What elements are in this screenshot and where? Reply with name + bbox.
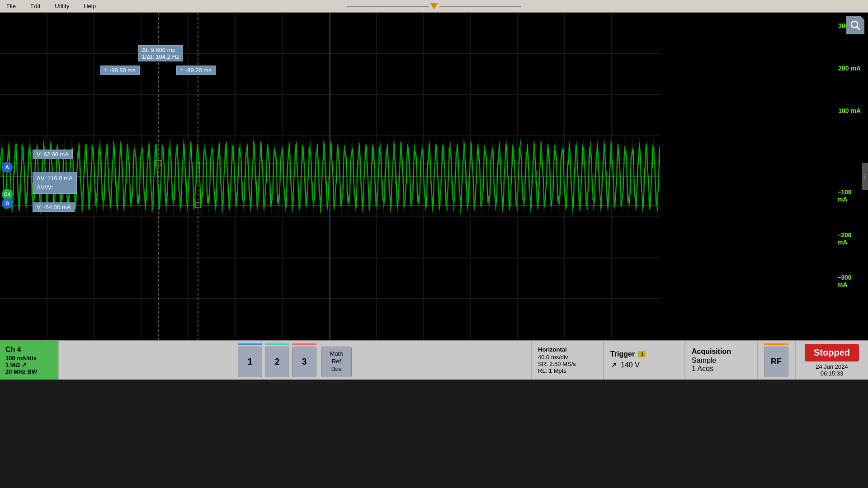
y-label-neg300: −300 mA (837, 274, 861, 288)
horizontal-rl: RL: 1 Mpts (538, 367, 597, 374)
horizontal-sr: SR: 2.50 MS/s (538, 361, 597, 367)
channel-a-indicator: A (2, 162, 13, 173)
delta-f-value: 1/Δt: 104.2 Hz (142, 53, 179, 60)
ch3-button[interactable]: 3 (292, 347, 316, 377)
y-label-200: 200 mA (838, 65, 861, 72)
ch4-label: Ch 4 (5, 346, 52, 354)
oscilloscope-display: Δt: 9.600 ms 1/Δt: 104.2 Hz t: -98.80 ms… (0, 13, 868, 340)
trigger-badge: 1 (638, 351, 646, 357)
acquisition-title: Acquisition (692, 347, 750, 356)
rf-button[interactable]: RF (764, 347, 788, 377)
stopped-button[interactable]: Stopped (805, 344, 859, 361)
menu-bar: File Edit Utility Help (0, 0, 868, 13)
ch2-indicator-line (265, 343, 289, 345)
rf-panel: RF (758, 341, 796, 380)
delta-v-box: ΔV: 116.0 mA ΔV/Δt: (33, 172, 77, 194)
stopped-panel: Stopped 24 Jun 2024 06:15:33 (796, 341, 868, 380)
delta-t-box: Δt: 9.600 ms 1/Δt: 104.2 Hz (138, 45, 183, 61)
y-label-neg100: −100 mA (837, 188, 861, 203)
trigger-line-left (347, 6, 429, 7)
ch4-line3: 20 MHz BW (5, 368, 52, 375)
trigger-position-arrow (430, 3, 438, 9)
y-label-100: 100 mA (838, 107, 861, 114)
trigger-title: Trigger (610, 350, 635, 358)
menu-file[interactable]: File (4, 2, 19, 10)
date-display: 24 Jun 2024 (816, 363, 848, 370)
trigger-level: 140 V (621, 361, 640, 369)
menu-help[interactable]: Help (81, 2, 99, 10)
horizontal-div: 40.0 ms/div (538, 354, 597, 361)
ch3-indicator-line (292, 343, 316, 345)
voltage-b-marker: V: -54.00 mA (33, 202, 75, 212)
status-bar: Ch 4 100 mA/div 1 MΩ ↗ 20 MHz BW 1 2 3 M… (0, 340, 868, 380)
channel-buttons-area: 1 2 3 MathRefBus (59, 341, 532, 380)
cursor1-time-box[interactable]: t: -98.80 ms (100, 66, 140, 75)
math-ref-bus-button[interactable]: MathRefBus (321, 347, 352, 377)
y-axis-labels: 300 mA 200 mA 100 mA −100 mA −200 mA −30… (837, 13, 864, 340)
ch1-button[interactable]: 1 (238, 347, 262, 377)
menu-edit[interactable]: Edit (28, 2, 43, 10)
acquisition-panel[interactable]: Acquisition Sample 1 Acqs (685, 341, 758, 380)
waveform-svg (0, 13, 660, 340)
ch1-indicator-line (238, 343, 262, 345)
svg-line-30 (857, 27, 860, 30)
search-icon[interactable] (846, 16, 864, 34)
menu-utility[interactable]: Utility (52, 2, 72, 10)
svg-point-29 (851, 21, 858, 28)
side-expand-button[interactable]: ⋮ (862, 163, 868, 190)
channel-b-indicator: B (2, 198, 13, 209)
trigger-panel[interactable]: Trigger 1 ↗ 140 V (604, 341, 685, 380)
cursor2-time-box[interactable]: t: -89.20 ms (176, 66, 216, 75)
delta-v-value: ΔV: 116.0 mA (37, 174, 73, 183)
horizontal-title: Horizontal (538, 346, 597, 353)
acquisition-mode: Sample (692, 357, 750, 365)
search-svg (850, 20, 861, 31)
ch4-panel[interactable]: Ch 4 100 mA/div 1 MΩ ↗ 20 MHz BW (0, 341, 59, 380)
acquisition-count: 1 Acqs (692, 365, 750, 373)
trigger-indicator (347, 3, 521, 9)
delta-v-dt-value: ΔV/Δt: (37, 183, 73, 192)
voltage-a-marker: V: 62.00 mA (33, 150, 73, 159)
ch4-line2: 1 MΩ ↗ (5, 361, 52, 368)
y-label-neg200: −200 mA (837, 231, 861, 246)
rf-indicator-line (764, 343, 788, 345)
horizontal-panel[interactable]: Horizontal 40.0 ms/div SR: 2.50 MS/s RL:… (532, 341, 604, 380)
ch4-line1: 100 mA/div (5, 355, 52, 361)
trigger-slope-icon: ↗ (610, 360, 617, 370)
delta-t-value: Δt: 9.600 ms (142, 47, 179, 53)
ch2-button[interactable]: 2 (265, 347, 289, 377)
time-display: 06:15:33 (821, 370, 844, 377)
trigger-line-right (439, 6, 521, 7)
